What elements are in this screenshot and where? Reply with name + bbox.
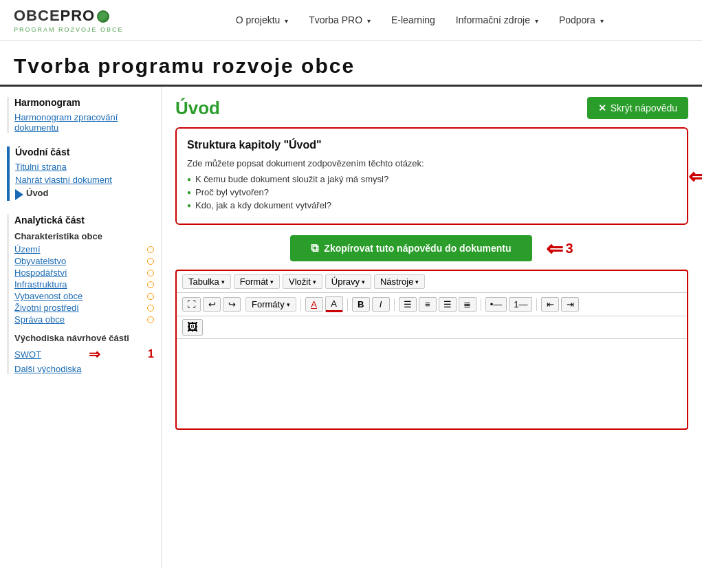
bold-btn[interactable]: B: [352, 297, 370, 312]
sidebar-item-titulní-strana[interactable]: Titulní strana: [15, 162, 154, 172]
swot-num: 1: [148, 348, 154, 360]
outdent-btn[interactable]: ⇤: [541, 297, 559, 312]
font-bg-color-btn[interactable]: A: [325, 296, 343, 312]
page-title-bar: Tvorba programu rozvoje obce: [0, 41, 702, 87]
editor-nastroje-btn[interactable]: Nástroje ▾: [374, 274, 425, 289]
nav-informacni-zdroje[interactable]: Informační zdroje ▾: [456, 14, 538, 25]
help-box-desc: Zde můžete popsat dokument zodpovězením …: [187, 158, 677, 168]
copy-help-button[interactable]: ⧉ Zkopírovat tuto nápovědu do dokumentu: [290, 235, 531, 261]
editor-upravy-btn[interactable]: Úpravy ▾: [325, 274, 371, 289]
sidebar-item-sprava[interactable]: Správa obce: [14, 314, 65, 325]
fullscreen-btn[interactable]: ⛶: [182, 297, 201, 312]
sidebar-section-analyticka: Analytická část Charakteristika obce Úze…: [7, 215, 154, 374]
content-area: Úvod ✕ Skrýt nápovědu Struktura kapitoly…: [162, 87, 702, 440]
sidebar-item-harmonogram-link[interactable]: Harmonogram zpracování dokumentu: [14, 112, 154, 133]
nav-podpora[interactable]: Podpora ▾: [559, 14, 604, 25]
sidebar-item-obyvatelstvo[interactable]: Obyvatelstvo: [14, 256, 66, 266]
sidebar-item-dalsi-vychodiska[interactable]: Další východiska: [14, 364, 154, 374]
vybavenost-dot: [147, 293, 154, 300]
sidebar-item-infrastruktura[interactable]: Infrastruktura: [14, 279, 67, 290]
sidebar-item-uzemi-row: Území: [14, 244, 154, 254]
nav-o-projektu[interactable]: O projektu ▾: [236, 14, 288, 25]
sidebar-item-uzemi[interactable]: Území: [14, 244, 41, 254]
ol-btn[interactable]: 1—: [509, 297, 532, 312]
align-center-btn[interactable]: ≡: [419, 297, 437, 312]
sidebar-item-nahrat-dokument[interactable]: Nahrát vlastní dokument: [15, 175, 154, 185]
sidebar-item-zivotni-row: Životní prostředí: [14, 303, 154, 313]
sidebar-item-vybavenost[interactable]: Vybavenost obce: [14, 291, 83, 301]
justify-btn[interactable]: ≣: [459, 297, 476, 312]
page-title: Tvorba programu rozvoje obce: [14, 54, 688, 78]
sidebar: Harmonogram Harmonogram zpracování dokum…: [0, 87, 162, 568]
sidebar-section-title-analyticka: Analytická část: [14, 215, 154, 226]
redo-btn[interactable]: ↪: [223, 297, 241, 312]
infrastruktura-dot: [147, 281, 154, 288]
sidebar-section-harmonogram: Harmonogram Harmonogram zpracování dokum…: [7, 97, 154, 133]
toolbar-separator-1: [300, 298, 301, 311]
hide-help-label: Skrýt nápovědu: [611, 102, 677, 113]
logo-pro: PRO: [61, 7, 96, 24]
sidebar-item-uvod[interactable]: Úvod: [26, 188, 49, 198]
copy-btn-label: Zkopírovat tuto nápovědu do dokumentu: [324, 243, 511, 254]
help-box-list: K čemu bude dokument sloužit a jaký má s…: [187, 174, 677, 210]
close-icon: ✕: [598, 102, 606, 113]
editor-tabulka-btn[interactable]: Tabulka ▾: [182, 274, 231, 289]
copy-btn-row: ⧉ Zkopírovat tuto nápovědu do dokumentu …: [175, 235, 688, 261]
sidebar-item-vybavenost-row: Vybavenost obce: [14, 291, 154, 301]
sprava-dot: [147, 316, 154, 323]
nav-tvorba-pro[interactable]: Tvorba PRO ▾: [309, 14, 371, 25]
logo-text: OBCEPRO: [14, 7, 124, 25]
help-box-title: Struktura kapitoly "Úvod": [187, 139, 677, 151]
help-box-wrapper: Struktura kapitoly "Úvod" Zde můžete pop…: [175, 127, 688, 225]
obyvatelstvo-dot: [147, 258, 154, 265]
header: OBCEPRO PROGRAM ROZVOJE OBCE O projektu …: [0, 0, 702, 41]
sidebar-section-title-harmonogram: Harmonogram: [14, 97, 154, 108]
insert-image-btn[interactable]: 🖼: [182, 319, 203, 336]
hospodarstvi-dot: [147, 270, 154, 276]
sidebar-section-uvodní: Úvodní část Titulní strana Nahrát vlastn…: [7, 146, 154, 201]
help-box-arrow-num: ⇐ 2: [688, 164, 702, 188]
logo-obce: OBCE: [14, 7, 61, 24]
help-box: Struktura kapitoly "Úvod" Zde můžete pop…: [175, 127, 688, 225]
editor-box: Tabulka ▾ Formát ▾ Vložit ▾ Úpravy ▾ Nás…: [175, 270, 688, 430]
copy-icon: ⧉: [311, 242, 318, 254]
editor-vlozit-btn[interactable]: Vložit ▾: [283, 274, 322, 289]
sidebar-item-infrastruktura-row: Infrastruktura: [14, 279, 154, 290]
sidebar-item-uvod-row: Úvod: [15, 188, 154, 201]
editor-body[interactable]: [177, 339, 687, 428]
sidebar-subsection-vychodiska: Východiska návrhové části: [14, 333, 154, 343]
italic-btn[interactable]: I: [372, 297, 390, 312]
content-outer: Úvod ✕ Skrýt nápovědu Struktura kapitoly…: [162, 87, 702, 568]
copy-arrow-icon: ⇐: [546, 237, 563, 261]
editor-toolbar-1: Tabulka ▾ Formát ▾ Vložit ▾ Úpravy ▾ Nás…: [177, 271, 687, 293]
toolbar-separator-4: [481, 298, 481, 311]
align-left-btn[interactable]: ☰: [399, 297, 417, 312]
ul-btn[interactable]: •—: [485, 297, 507, 312]
hide-help-button[interactable]: ✕ Skrýt nápovědu: [587, 97, 688, 119]
indent-btn[interactable]: ⇥: [561, 297, 579, 312]
formaty-btn[interactable]: Formáty ▾: [245, 297, 296, 312]
nav-elearning[interactable]: E-learning: [391, 14, 435, 25]
editor-toolbar-3: 🖼: [177, 316, 687, 339]
sidebar-item-swot[interactable]: SWOT: [14, 349, 41, 360]
sidebar-item-hospodarstvi[interactable]: Hospodářství: [14, 268, 67, 278]
sidebar-item-swot-row: SWOT ⇒ 1: [14, 346, 154, 362]
help-box-arrow-icon: ⇐: [688, 164, 702, 188]
help-list-item-3: Kdo, jak a kdy dokument vytvářel?: [187, 200, 677, 210]
editor-format-btn[interactable]: Formát ▾: [234, 274, 280, 289]
sidebar-item-obyvatelstvo-row: Obyvatelstvo: [14, 256, 154, 266]
help-list-item-1: K čemu bude dokument sloužit a jaký má s…: [187, 174, 677, 184]
undo-btn[interactable]: ↩: [203, 297, 221, 312]
active-arrow-icon: [15, 189, 23, 200]
swot-arrow-icon: ⇒: [89, 346, 100, 362]
toolbar-separator-5: [536, 298, 537, 311]
uzemi-dot: [147, 246, 154, 253]
toolbar-separator-2: [347, 298, 348, 311]
align-right-btn[interactable]: ☰: [439, 297, 457, 312]
main-nav: O projektu ▾ Tvorba PRO ▾ E-learning Inf…: [151, 14, 688, 25]
font-color-btn[interactable]: A: [305, 297, 323, 312]
sidebar-section-title-uvodní: Úvodní část: [15, 146, 154, 157]
help-list-item-2: Proč byl vytvořen?: [187, 187, 677, 197]
logo-icon: [97, 10, 109, 23]
sidebar-item-zivotni[interactable]: Životní prostředí: [14, 303, 79, 313]
